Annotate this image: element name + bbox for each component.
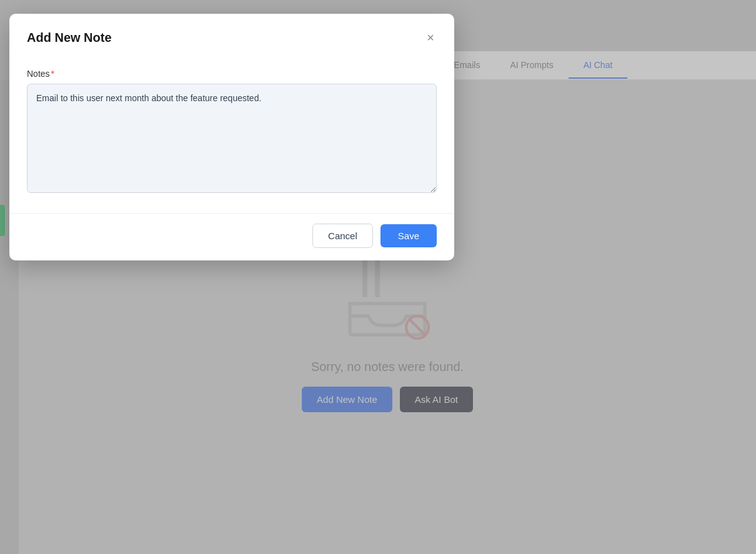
modal-footer: Cancel Save <box>9 213 454 260</box>
save-button[interactable]: Save <box>380 224 437 247</box>
notes-label: Notes* <box>27 69 437 79</box>
add-new-note-modal: Add New Note × Notes* Cancel Save <box>9 14 454 260</box>
notes-textarea[interactable] <box>27 84 437 193</box>
modal-body: Notes* <box>9 56 454 213</box>
modal-header: Add New Note × <box>9 14 454 56</box>
required-indicator: * <box>51 69 54 79</box>
modal-close-button[interactable]: × <box>424 29 437 46</box>
cancel-button[interactable]: Cancel <box>312 224 373 248</box>
modal-title: Add New Note <box>27 31 112 45</box>
